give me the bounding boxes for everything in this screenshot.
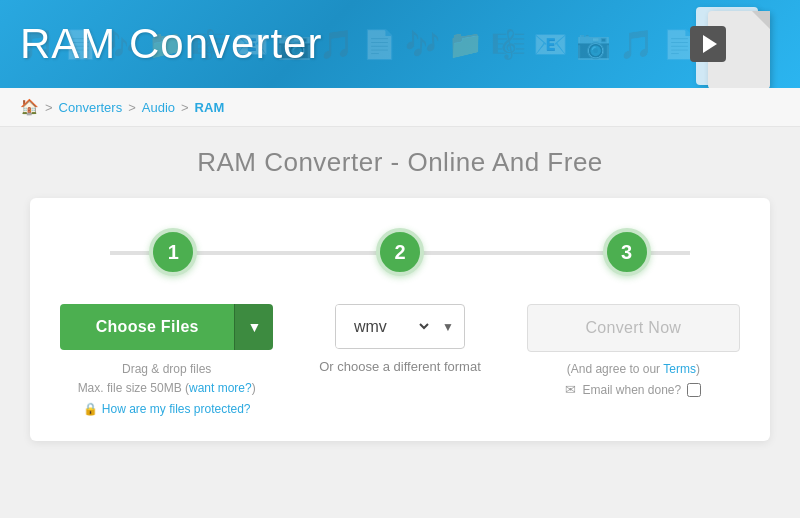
agree-close: ): [696, 362, 700, 376]
step3-area: Convert Now (And agree to our Terms) ✉ E…: [527, 304, 740, 397]
main-content: RAM Converter - Online And Free 1 2 3 Ch…: [0, 127, 800, 461]
breadcrumb: 🏠 > Converters > Audio > RAM: [0, 88, 800, 127]
email-label: Email when done?: [582, 383, 681, 397]
choose-files-button[interactable]: Choose Files: [60, 304, 234, 350]
steps-row: 1 2 3: [60, 228, 740, 276]
protected-link[interactable]: 🔒 How are my files protected?: [83, 402, 251, 416]
play-arrow-icon: [690, 26, 726, 62]
email-checkbox[interactable]: [687, 383, 701, 397]
format-dropdown-arrow[interactable]: ▼: [432, 308, 464, 346]
format-select[interactable]: wmv mp3 mp4 wav flac: [336, 305, 432, 348]
header-title: RAM Converter: [20, 20, 322, 68]
breadcrumb-sep-2: >: [128, 100, 136, 115]
breadcrumb-sep-3: >: [181, 100, 189, 115]
step-3-circle: 3: [603, 228, 651, 276]
drop-text: Drag & drop files Max. file size 50MB (w…: [78, 360, 256, 398]
max-size-label: Max. file size 50MB (: [78, 381, 189, 395]
step-2: 2: [287, 228, 514, 276]
max-size-close: ): [252, 381, 256, 395]
step2-area: wmv mp3 mp4 wav flac ▼ Or choose a diffe…: [293, 304, 506, 374]
choose-files-dropdown[interactable]: ▼: [234, 304, 273, 350]
or-text: Or choose a different format: [319, 359, 481, 374]
protected-label: How are my files protected?: [102, 402, 251, 416]
header-icon-area: [690, 0, 770, 88]
home-icon[interactable]: 🏠: [20, 98, 39, 116]
format-select-wrap: wmv mp3 mp4 wav flac ▼: [335, 304, 465, 349]
step-1-circle: 1: [149, 228, 197, 276]
breadcrumb-sep-1: >: [45, 100, 53, 115]
email-icon: ✉: [565, 382, 576, 397]
breadcrumb-audio[interactable]: Audio: [142, 100, 175, 115]
header: 🎵 📄 🎶 📁 🎼 📧 📷 🎵 📄 🎶 📁 🎼 📧 📷 🎵 📄 RAM Conv…: [0, 0, 800, 88]
choose-files-btn-wrap: Choose Files ▼: [60, 304, 273, 350]
step-2-circle: 2: [376, 228, 424, 276]
step-1: 1: [60, 228, 287, 276]
step-3: 3: [513, 228, 740, 276]
want-more-link[interactable]: want more?: [189, 381, 252, 395]
convert-now-button[interactable]: Convert Now: [527, 304, 740, 352]
lock-icon: 🔒: [83, 402, 98, 416]
email-row: ✉ Email when done?: [565, 382, 701, 397]
file-icon: [690, 0, 770, 88]
terms-link[interactable]: Terms: [663, 362, 696, 376]
agree-text: (And agree to our: [567, 362, 664, 376]
actions-row: Choose Files ▼ Drag & drop files Max. fi…: [60, 304, 740, 416]
drag-drop-label: Drag & drop files: [122, 362, 211, 376]
terms-text: (And agree to our Terms): [567, 362, 700, 376]
breadcrumb-converters[interactable]: Converters: [59, 100, 123, 115]
breadcrumb-current: RAM: [195, 100, 225, 115]
page-title: RAM Converter - Online And Free: [30, 147, 770, 178]
step1-area: Choose Files ▼ Drag & drop files Max. fi…: [60, 304, 273, 416]
converter-card: 1 2 3 Choose Files ▼ Drag & drop files M…: [30, 198, 770, 441]
